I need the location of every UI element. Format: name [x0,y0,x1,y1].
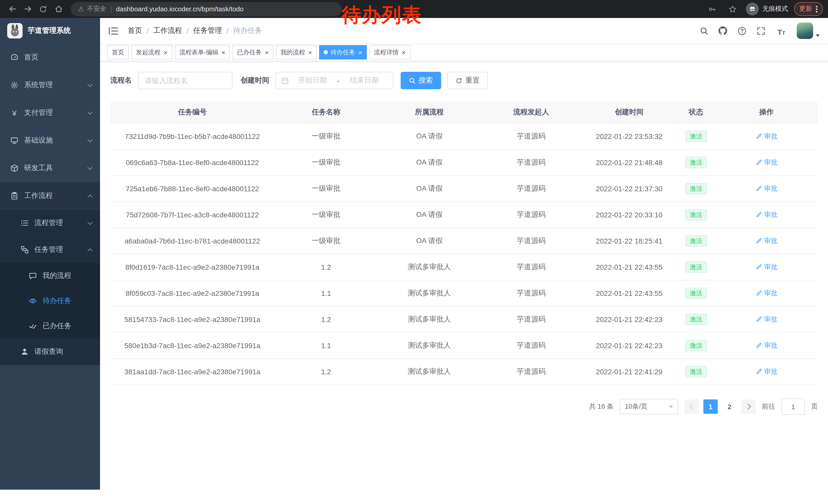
flow-icon [20,245,29,254]
approve-link[interactable]: 审批 [755,367,778,376]
close-icon[interactable]: × [221,49,225,56]
browser-forward-button[interactable] [20,2,35,16]
page-size-select[interactable]: 10条/页 [620,399,678,414]
cell-process: OA 请假 [378,123,481,149]
browser-reload-button[interactable] [36,2,50,16]
key-extension-icon[interactable] [705,2,719,16]
fullscreen-icon[interactable] [756,26,766,36]
chevron-left-icon [690,404,695,410]
close-icon[interactable]: × [358,49,362,56]
breadcrumb-workflow[interactable]: 工作流程 [153,26,182,35]
sidebar-item-payment-management[interactable]: ¥ 支付管理 [0,99,100,127]
column-process: 所属流程 [378,101,481,123]
next-page-button[interactable] [741,400,756,414]
breadcrumb-home[interactable]: 首页 [128,26,142,35]
sidebar-item-label: 我的流程 [43,271,71,280]
browser-update-menu[interactable]: 更新 [794,2,823,16]
tab-home[interactable]: 首页 [107,45,129,59]
close-icon[interactable]: × [402,49,406,56]
table-row: 381aa1dd-7ac8-11ec-a9e2-a2380e71991a 1.2… [110,359,818,385]
approve-link[interactable]: 审批 [755,263,778,272]
approve-link[interactable]: 审批 [755,132,778,141]
sidebar-item-workflow[interactable]: 工作流程 [0,182,100,210]
close-icon[interactable]: × [265,49,268,56]
chevron-down-icon [87,220,93,225]
sidebar-item-my-processes[interactable]: 我的流程 [0,263,100,288]
sidebar-item-label: 研发工具 [24,164,53,173]
tab-todo-tasks[interactable]: 待办任务 × [319,45,367,59]
approve-link[interactable]: 审批 [755,184,778,193]
sidebar-item-system-management[interactable]: 系统管理 [0,71,100,99]
edit-icon [755,212,762,218]
approve-link[interactable]: 审批 [755,158,778,167]
font-size-icon[interactable]: TT [775,26,788,36]
status-badge: 激活 [686,209,707,221]
reset-button[interactable]: 重置 [447,72,488,89]
tab-my-processes[interactable]: 我的流程 × [276,45,317,59]
bookmark-star-icon[interactable] [726,2,740,16]
page-2-button[interactable]: 2 [722,400,737,414]
cell-process: 测试多审批人 [378,280,481,306]
sidebar-item-process-management[interactable]: 流程管理 [0,210,100,236]
tab-form-edit[interactable]: 流程表单-编辑 × [175,45,230,59]
active-tab-dot [324,50,328,54]
page-1-button[interactable]: 1 [703,400,718,414]
tab-label: 发起流程 [136,48,161,57]
tab-done-tasks[interactable]: 已办任务 × [233,45,273,59]
github-icon[interactable] [718,26,728,36]
date-range-picker[interactable]: 开始日期 - 结束日期 [276,72,394,89]
approve-link[interactable]: 审批 [755,289,778,298]
top-navbar: 首页 / 工作流程 / 任务管理 / 待办任务 [100,18,828,44]
user-menu[interactable] [797,22,820,39]
sidebar-item-label: 基础设施 [24,136,53,145]
breadcrumb-task-management[interactable]: 任务管理 [194,26,222,35]
status-badge: 激活 [686,314,707,325]
sidebar-item-dev-tools[interactable]: 研发工具 [0,154,100,182]
cell-action: 审批 [715,176,818,202]
cell-process: 测试多审批人 [378,254,481,280]
sidebar-item-label: 请假查询 [34,347,63,356]
sidebar-item-home[interactable]: 首页 [0,44,100,71]
sidebar-item-done-tasks[interactable]: 已办任务 [0,313,100,338]
column-status: 状态 [677,101,715,123]
sidebar-item-todo-tasks[interactable]: 待办任务 [0,288,100,313]
process-name-input[interactable] [138,72,233,89]
sidebar-item-infrastructure[interactable]: 基础设施 [0,127,100,154]
sidebar-item-label: 系统管理 [24,81,53,90]
approve-link[interactable]: 审批 [755,210,778,220]
browser-back-button[interactable] [5,2,19,16]
eye-icon [29,296,37,305]
table-row: 8f059c03-7ac8-11ec-a9e2-a2380e71991a 1.1… [110,280,818,306]
user-icon [20,348,29,356]
todo-task-table: 任务编号 任务名称 所属流程 流程发起人 创建时间 状态 操作 73211d9d… [110,101,818,385]
tab-process-detail[interactable]: 流程详情 × [369,45,410,59]
cell-created: 2022-01-21 22:42:23 [581,306,677,332]
goto-page-input[interactable] [781,398,805,415]
approve-link[interactable]: 审批 [755,315,778,324]
prev-page-button[interactable] [685,400,699,414]
sidebar-item-task-management[interactable]: 任务管理 [0,236,100,263]
edit-icon [755,342,762,349]
close-icon[interactable]: × [308,49,312,56]
tab-initiate-process[interactable]: 发起流程 × [131,45,172,59]
sidebar-collapse-icon[interactable] [108,26,120,35]
approve-link[interactable]: 审批 [755,236,778,245]
search-icon[interactable] [699,26,709,36]
search-button[interactable]: 搜索 [401,72,441,89]
cell-process: OA 请假 [378,202,481,228]
close-icon[interactable]: × [164,49,167,56]
address-bar[interactable]: ⚠ 不安全 dashboard.yudao.iocoder.cn/bpm/tas… [71,2,342,16]
cell-task-name: 一级审批 [275,228,378,254]
column-initiator: 流程发起人 [481,101,581,123]
help-icon[interactable] [737,26,747,36]
goto-suffix: 页 [811,402,818,411]
cell-action: 审批 [715,202,818,228]
update-label: 更新 [799,5,812,13]
omnibox-divider [111,5,111,12]
approve-link[interactable]: 审批 [755,341,778,350]
page-url: dashboard.yudao.iocoder.cn/bpm/task/todo [116,5,243,13]
sidebar-item-leave-query[interactable]: 请假查询 [0,338,100,365]
browser-home-button[interactable] [51,2,66,16]
calendar-icon [281,77,289,84]
cell-task-name: 一级审批 [275,123,378,149]
